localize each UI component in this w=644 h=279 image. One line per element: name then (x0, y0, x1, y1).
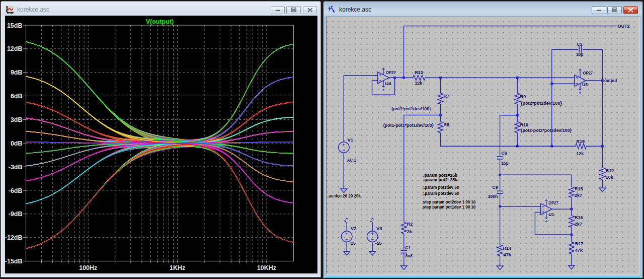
svg-text:-9dB: -9dB (9, 211, 23, 218)
svg-text:-6dB: -6dB (9, 187, 23, 194)
svg-text:{pot2*pot2dev/100}: {pot2*pot2dev/100} (521, 100, 562, 105)
svg-text:100n: 100n (488, 194, 498, 199)
svg-text:{pot1*pot1dev/100}: {pot1*pot1dev/100} (391, 106, 431, 111)
svg-text:R17: R17 (575, 241, 584, 246)
svg-text:3dB: 3dB (11, 116, 23, 123)
svg-text:R19: R19 (577, 139, 585, 144)
svg-text:12k: 12k (577, 151, 584, 156)
svg-text:2k7: 2k7 (575, 192, 582, 197)
svg-text:OUT2: OUT2 (618, 23, 630, 28)
svg-text:;.param pot2dev 50: ;.param pot2dev 50 (422, 190, 459, 195)
svg-text:.step param pot1dev 1 99 10: .step param pot1dev 1 99 10 (422, 204, 475, 210)
svg-text:C2: C2 (577, 42, 583, 47)
svg-text:C9: C9 (493, 185, 498, 190)
svg-text:AC 1: AC 1 (347, 157, 356, 162)
svg-text:U1: U1 (548, 212, 554, 217)
svg-text:V3: V3 (376, 226, 382, 231)
svg-text:V2: V2 (351, 226, 357, 231)
svg-text:-12dB: -12dB (5, 234, 23, 241)
svg-text:.ac dec 20 20 20k: .ac dec 20 20 20k (328, 193, 361, 198)
svg-text:10k: 10k (606, 174, 613, 179)
svg-text:6dB: 6dB (11, 93, 23, 100)
svg-text:3n3: 3n3 (405, 253, 413, 258)
svg-text:-3dB: -3dB (9, 164, 23, 171)
svg-text:10p: 10p (576, 52, 584, 57)
svg-text:-15: -15 (375, 241, 382, 246)
svg-text:V(output): V(output) (146, 18, 174, 25)
svg-text:1KHz: 1KHz (170, 264, 185, 271)
svg-text:15: 15 (351, 241, 356, 246)
svg-text:15dB: 15dB (7, 22, 23, 29)
svg-text:{pot1-pot1*pot1dev/100}: {pot1-pot1*pot1dev/100} (383, 123, 434, 128)
svg-text:15µ: 15µ (502, 161, 509, 166)
svg-text:2k: 2k (407, 229, 412, 234)
svg-text:R9: R9 (520, 94, 526, 99)
svg-text:R10: R10 (520, 122, 529, 127)
svg-text:10KHz: 10KHz (257, 264, 276, 271)
svg-text:.param pot2=25k: .param pot2=25k (423, 177, 457, 182)
svg-text:47k: 47k (504, 252, 512, 257)
svg-text:OP27: OP27 (386, 70, 396, 75)
svg-text:V1: V1 (348, 137, 354, 142)
svg-text:OP27: OP27 (583, 70, 593, 75)
svg-text:output: output (604, 78, 617, 83)
svg-text:12k: 12k (415, 81, 423, 86)
svg-text:U4: U4 (385, 81, 391, 86)
svg-text:C8: C8 (502, 151, 507, 156)
svg-text:;.param pot1dev 50: ;.param pot1dev 50 (422, 185, 459, 190)
svg-text:47k: 47k (575, 248, 583, 253)
svg-text:R8: R8 (444, 122, 450, 127)
svg-text:.step param pot2dev 1 99 10: .step param pot2dev 1 99 10 (422, 199, 475, 204)
svg-text:{pot2-pot2*pot2dev/100}: {pot2-pot2*pot2dev/100} (521, 127, 572, 132)
svg-text:R2: R2 (407, 222, 413, 227)
svg-text:C1: C1 (405, 245, 411, 250)
svg-text:R15: R15 (575, 186, 583, 191)
svg-text:R14: R14 (503, 245, 512, 250)
svg-text:U5: U5 (582, 82, 588, 87)
svg-text:9dB: 9dB (11, 69, 23, 76)
svg-text:R13: R13 (415, 69, 423, 75)
svg-text:12dB: 12dB (7, 45, 23, 52)
svg-text:R16: R16 (575, 215, 583, 220)
svg-text:R7: R7 (444, 94, 450, 99)
svg-text:100Hz: 100Hz (79, 264, 97, 271)
svg-text:R12: R12 (606, 168, 614, 173)
svg-text:2k7: 2k7 (575, 222, 582, 227)
svg-text:OP27: OP27 (548, 200, 558, 205)
svg-text:-15dB: -15dB (5, 258, 23, 265)
svg-text:0dB: 0dB (11, 140, 23, 147)
